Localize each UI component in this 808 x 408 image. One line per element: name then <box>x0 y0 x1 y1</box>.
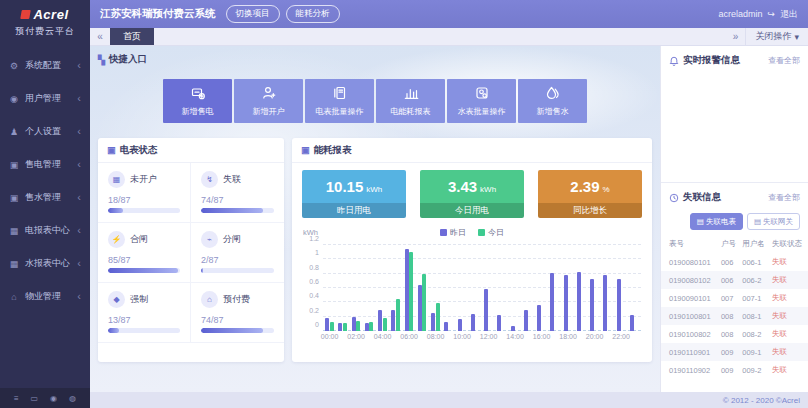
offline-table: 表号户号用户名失联状态 0190080101006006-1失联01900801… <box>661 235 808 379</box>
app-title: 江苏安科瑞预付费云系统 <box>100 7 216 21</box>
kpi-row: 10.15kWh昨日用电3.43kWh今日用电2.39%同比增长 <box>301 170 643 218</box>
bar-昨日-07:00 <box>418 285 422 331</box>
offline-table-cell: 失联 <box>770 361 808 379</box>
sidebar-item-4[interactable]: ▣售水管理‹ <box>0 181 90 214</box>
sidebar-menu: ⚙系统配置‹◉用户管理‹♟个人设置‹▣售电管理‹▣售水管理‹▦电报表中心‹▦水报… <box>0 49 90 313</box>
quick-button-label: 电表批量操作 <box>316 106 364 117</box>
x-tick-label: 14:00 <box>506 333 524 340</box>
quick-button-3[interactable]: 电能耗报表 <box>376 79 445 123</box>
quick-button-4[interactable]: 水表批量操作 <box>447 79 516 123</box>
sidebar-item-2[interactable]: ♟个人设置‹ <box>0 115 90 148</box>
progress-bar <box>201 208 274 213</box>
x-tick-label: 22:00 <box>612 333 630 340</box>
offline-table-cell: 失联 <box>770 271 808 289</box>
offline-view-all-link[interactable]: 查看全部 <box>768 192 800 203</box>
offline-table-cell: 009-1 <box>740 343 770 361</box>
sidebar-item-3[interactable]: ▣售电管理‹ <box>0 148 90 181</box>
sidebar-item-1[interactable]: ◉用户管理‹ <box>0 82 90 115</box>
y-tick-label: 1.2 <box>301 235 319 242</box>
quick-button-2[interactable]: 电表批量操作 <box>305 79 374 123</box>
collapse-tabs-right-icon[interactable]: » <box>725 28 745 45</box>
offline-table-cell: 009-2 <box>740 361 770 379</box>
alarm-view-all-link[interactable]: 查看全部 <box>768 55 800 66</box>
sidebar-footer: ≡▭◉◍ <box>0 388 90 408</box>
meter-status-item-0: ▦未开户18/87 <box>98 163 191 223</box>
offline-table-row-4[interactable]: 0190100802008008-2失联 <box>661 325 808 343</box>
offline-tab-1[interactable]: ▤失联网关 <box>747 213 800 230</box>
progress-bar <box>108 208 180 213</box>
offline-table-row-1[interactable]: 0190080102006006-2失联 <box>661 271 808 289</box>
meter-status-label: 分闸 <box>223 233 241 246</box>
sidebar: Acrel 预付费云平台 ⚙系统配置‹◉用户管理‹♟个人设置‹▣售电管理‹▣售水… <box>0 0 90 408</box>
meter-status-item-3: ⌁分闸2/87 <box>191 223 284 283</box>
offline-table-cell: 008-2 <box>740 325 770 343</box>
bar-昨日-04:00 <box>378 310 382 332</box>
offline-table-row-0[interactable]: 0190080101006006-1失联 <box>661 253 808 271</box>
meter-status-label: 强制 <box>130 293 148 306</box>
offline-tab-0[interactable]: ▤失联电表 <box>690 213 743 230</box>
globe-icon[interactable]: ◍ <box>69 394 76 403</box>
chevron-left-icon: ‹ <box>77 93 81 104</box>
sidebar-item-7[interactable]: ⌂物业管理‹ <box>0 280 90 313</box>
monitor-icon[interactable]: ▭ <box>31 394 39 403</box>
bar-今日-07:00 <box>422 274 426 331</box>
quick-button-label: 水表批量操作 <box>458 106 506 117</box>
bar-昨日-15:00 <box>524 310 528 332</box>
right-panel: 实时报警信息 查看全部 失联信息 查看全部 ▤失联电表▤失联网关 表号户号用户名… <box>660 46 808 392</box>
x-tick-label: 12:00 <box>480 333 498 340</box>
logout-button[interactable]: 退出 <box>780 8 798 21</box>
x-tick-label: 04:00 <box>374 333 392 340</box>
quick-button-5[interactable]: 新增售水 <box>518 79 587 123</box>
energy-chart-plot: 00.20.40.60.811.2 <box>323 245 641 331</box>
meter-status-header: ▣ 电表状态 <box>98 138 284 163</box>
kpi-value-area: 10.15kWh <box>302 170 406 203</box>
bar-今日-08:00 <box>436 303 440 331</box>
offline-table-row-5[interactable]: 0190110901009009-1失联 <box>661 343 808 361</box>
meter-status-item-1: ↯失联74/87 <box>191 163 284 223</box>
close-operations-dropdown[interactable]: 关闭操作 ▾ <box>745 28 808 45</box>
offline-icon: ↯ <box>201 171 218 188</box>
sidebar-item-label: 售电管理 <box>25 158 61 171</box>
meter-icon: ▦ <box>108 171 125 188</box>
meter-status-item-4: ◆强制13/87 <box>98 283 191 343</box>
meter-status-value: 13/87 <box>108 315 180 325</box>
bar-昨日-13:00 <box>497 315 501 331</box>
offline-table-cell: 失联 <box>770 307 808 325</box>
x-tick-label: 18:00 <box>559 333 577 340</box>
offline-table-row-2[interactable]: 0190090101007007-1失联 <box>661 289 808 307</box>
offline-table-header: 户号 <box>719 235 740 253</box>
offline-table-row-6[interactable]: 0190110902009009-2失联 <box>661 361 808 379</box>
water-drop-icon <box>545 85 561 103</box>
gridline <box>323 258 641 259</box>
dashboard-content: ▚ 快捷入口 新增售电新增开户电表批量操作电能耗报表水表批量操作新增售水 ▣ 电… <box>90 46 660 392</box>
quick-button-1[interactable]: 新增开户 <box>234 79 303 123</box>
offline-table-header: 用户名 <box>740 235 770 253</box>
kpi-card-0: 10.15kWh昨日用电 <box>302 170 406 218</box>
sidebar-item-0[interactable]: ⚙系统配置‹ <box>0 49 90 82</box>
bar-chart-icon <box>403 85 419 103</box>
sidebar-item-6[interactable]: ▦水报表中心‹ <box>0 247 90 280</box>
alarm-header: 实时报警信息 查看全部 <box>661 46 808 73</box>
tab-home[interactable]: 首页 <box>110 28 154 45</box>
energy-analysis-button[interactable]: 能耗分析 <box>286 5 340 23</box>
bar-昨日-00:00 <box>325 318 329 331</box>
kpi-value: 10.15 <box>326 178 364 195</box>
quick-button-0[interactable]: 新增售电 <box>163 79 232 123</box>
lock-icon[interactable]: ◉ <box>50 394 57 403</box>
tab-bar: « 首页 » 关闭操作 ▾ <box>90 28 808 46</box>
x-tick-label: 06:00 <box>400 333 418 340</box>
sidebar-item-5[interactable]: ▦电报表中心‹ <box>0 214 90 247</box>
meter-status-panel: ▣ 电表状态 ▦未开户18/87↯失联74/87⚡合闸85/87⌁分闸2/87◆… <box>98 138 284 362</box>
offline-table-cell: 失联 <box>770 253 808 271</box>
collapse-tabs-left-icon[interactable]: « <box>90 28 110 45</box>
menu-icon[interactable]: ≡ <box>14 394 19 403</box>
sell-water-icon: ▣ <box>9 193 19 203</box>
card-plus-icon <box>190 85 206 103</box>
gridline <box>323 273 641 274</box>
offline-table-cell: 007-1 <box>740 289 770 307</box>
switch-project-button[interactable]: 切换项目 <box>226 5 280 23</box>
offline-table-row-3[interactable]: 0190100801008008-1失联 <box>661 307 808 325</box>
bar-昨日-11:00 <box>471 314 475 331</box>
meter-status-label: 合闸 <box>130 233 148 246</box>
meter-status-grid: ▦未开户18/87↯失联74/87⚡合闸85/87⌁分闸2/87◆强制13/87… <box>98 163 284 343</box>
